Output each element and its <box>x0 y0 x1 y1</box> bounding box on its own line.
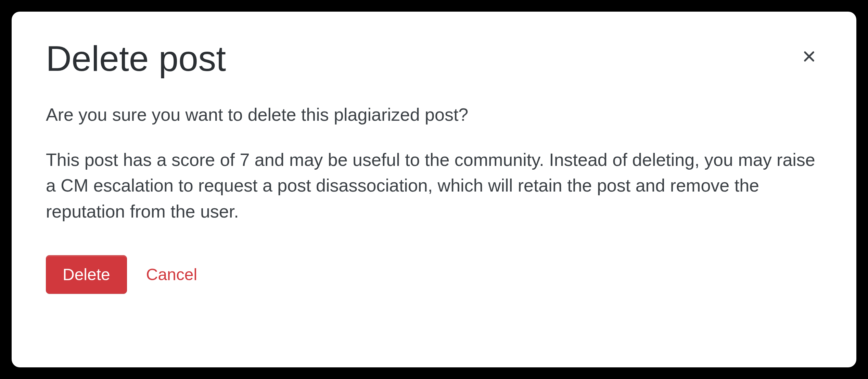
dialog-message-2: This post has a score of 7 and may be us… <box>46 147 822 224</box>
dialog-body: Are you sure you want to delete this pla… <box>46 102 822 224</box>
dialog-footer: Delete Cancel <box>46 255 822 294</box>
delete-button[interactable]: Delete <box>46 255 127 294</box>
close-button[interactable] <box>800 47 819 66</box>
close-icon <box>802 49 816 65</box>
dialog-title: Delete post <box>46 39 822 78</box>
dialog-header: Delete post <box>46 39 822 78</box>
cancel-button[interactable]: Cancel <box>146 265 197 284</box>
dialog-message-1: Are you sure you want to delete this pla… <box>46 102 822 128</box>
delete-post-dialog: Delete post Are you sure you want to del… <box>12 12 856 367</box>
